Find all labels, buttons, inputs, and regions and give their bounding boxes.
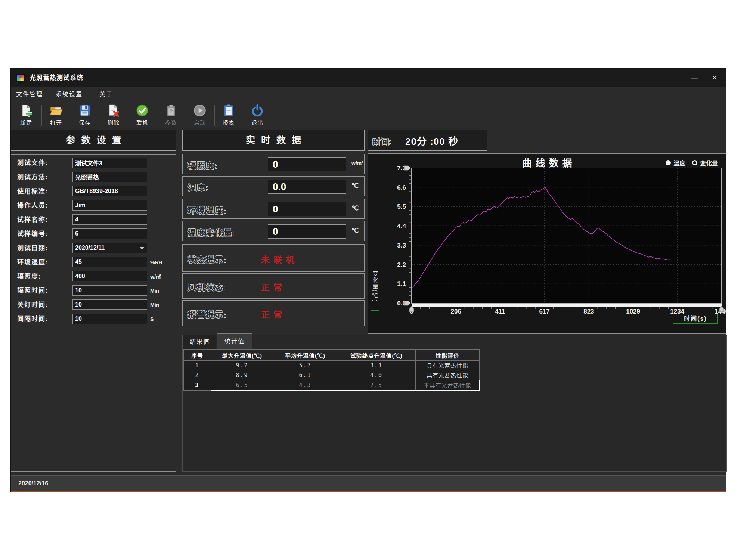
- operator-input[interactable]: [72, 200, 147, 211]
- new-button-label: 新建: [14, 118, 38, 126]
- menu-system-settings[interactable]: 系统设置: [56, 87, 83, 102]
- x-axis-label: 时间(s): [673, 314, 718, 324]
- readout-label: 温度:: [188, 181, 209, 193]
- window-title: 光照蓄热测试系统: [30, 69, 83, 87]
- new-button[interactable]: 新建: [14, 103, 38, 129]
- field-unit: Min: [150, 299, 159, 311]
- tab-result-values[interactable]: 结果值: [183, 335, 216, 349]
- standard-input[interactable]: [72, 186, 147, 196]
- tab-statistic-values[interactable]: 统计值: [217, 333, 252, 349]
- params-button-label: 参数: [159, 118, 183, 126]
- delete-button[interactable]: 删除: [101, 103, 126, 129]
- readout-label: 辐照度:: [188, 159, 218, 171]
- chevron-down-icon[interactable]: [140, 247, 144, 250]
- readout-unit: ℃: [351, 204, 359, 212]
- curve-plot: 0.01.12.23.34.45.56.67.70206411617823102…: [368, 154, 726, 333]
- exit-button[interactable]: 退出: [245, 103, 270, 129]
- col-evaluation: 性能评价: [416, 350, 480, 361]
- col-end-rise: 试验终点升温值(℃): [337, 350, 416, 361]
- col-seq: 序号: [184, 350, 211, 361]
- field-label: 测试方法:: [17, 172, 49, 183]
- svg-text:?: ?: [170, 108, 173, 114]
- table-row[interactable]: 1 9.2 5.7 3.1 具有光蓄热性能: [184, 361, 480, 370]
- start-button-label: 启动: [187, 118, 212, 126]
- params-button: ? 参数: [159, 103, 183, 129]
- test-file-input[interactable]: [72, 158, 147, 168]
- sample-number-input[interactable]: [72, 228, 147, 239]
- results-table: 序号 最大升温值(℃) 平均升温值(℃) 试验终点升温值(℃) 性能评价 1 9…: [183, 349, 480, 391]
- alarm-status-group: 报警提示: 正常: [182, 300, 365, 326]
- time-label: 时间:: [372, 135, 391, 147]
- x-scrollbar-handle[interactable]: [409, 306, 414, 312]
- readout-unit: ℃: [351, 227, 359, 234]
- legend-temperature-radio[interactable]: 温度: [666, 158, 685, 167]
- field-label: 关灯时间:: [17, 299, 49, 311]
- test-method-input[interactable]: [72, 172, 147, 182]
- close-button[interactable]: ✕: [706, 69, 723, 87]
- field-row-test-date: 测试日期:: [11, 243, 176, 254]
- col-max-rise: 最大升温值(℃): [211, 350, 273, 361]
- chart-legend: 温度 变化量: [666, 158, 718, 167]
- readout-ambient-temperature: 环境温度: 0 ℃: [182, 199, 365, 219]
- params-panel-header: 参数设置: [11, 130, 176, 151]
- menu-file-management[interactable]: 文件管理: [16, 87, 43, 102]
- exit-button-label: 退出: [245, 118, 270, 126]
- readout-label: 温度变化量:: [188, 226, 236, 238]
- status-bar: 2020/12/16: [11, 475, 726, 491]
- time-value: 20分 :00 秒: [405, 134, 458, 147]
- irradiance-input[interactable]: [72, 271, 147, 281]
- status-label: 状态提示:: [188, 253, 227, 265]
- x-scrollbar-handle[interactable]: [719, 306, 724, 312]
- field-row-irradiation-time: 辐照时间: Min: [11, 285, 176, 296]
- readout-temperature: 温度: 0.0 ℃: [182, 176, 365, 196]
- readout-unit: ℃: [351, 182, 359, 190]
- save-floppy-icon: [78, 104, 92, 117]
- status-separator: [148, 477, 148, 490]
- field-label: 使用标准:: [17, 186, 49, 197]
- svg-text:6.6: 6.6: [397, 184, 406, 191]
- save-button[interactable]: 保存: [72, 103, 97, 129]
- new-file-icon: [19, 104, 33, 117]
- status-date: 2020/12/16: [18, 476, 48, 491]
- report-button[interactable]: 报表: [216, 103, 241, 129]
- lights-off-time-input[interactable]: [72, 299, 147, 310]
- ambient-temperature-value: 0: [268, 202, 346, 216]
- connect-button[interactable]: 联机: [130, 103, 155, 129]
- sample-name-input[interactable]: [72, 214, 147, 225]
- field-label: 测试日期:: [17, 243, 49, 254]
- status-hint-group: 状态提示: 未联机: [182, 244, 365, 272]
- y-axis-slider[interactable]: [404, 301, 410, 305]
- menu-separator: [93, 91, 93, 98]
- table-header-row: 序号 最大升温值(℃) 平均升温值(℃) 试验终点升温值(℃) 性能评价: [184, 350, 480, 361]
- table-row-selected[interactable]: 3 6.5 4.3 2.5 不具有光蓄热性能: [184, 380, 480, 390]
- fan-status-group: 风机状态: 正常: [182, 273, 365, 299]
- minimize-button[interactable]: —: [686, 69, 703, 87]
- connection-status-value: 未联机: [261, 253, 298, 265]
- legend-change-radio[interactable]: 变化量: [692, 158, 718, 167]
- table-row[interactable]: 2 8.9 6.1 4.0 具有光蓄热性能: [184, 370, 480, 380]
- connect-check-icon: [136, 104, 149, 117]
- test-date-select[interactable]: [72, 243, 147, 253]
- temperature-change-value: 0: [268, 224, 346, 239]
- svg-text:617: 617: [539, 308, 549, 315]
- open-button[interactable]: 打开: [44, 103, 68, 129]
- field-row-operator: 操作人员:: [11, 200, 176, 211]
- svg-text:5.5: 5.5: [397, 203, 406, 210]
- humidity-input[interactable]: [72, 257, 147, 267]
- irradiation-time-input[interactable]: [72, 285, 147, 296]
- screenshot-canvas: 光照蓄热测试系统 — ✕ 文件管理 系统设置 关于 新建 打开: [0, 0, 747, 560]
- field-row-irradiance: 辐照度: w/㎡: [11, 271, 176, 282]
- report-button-label: 报表: [216, 118, 241, 126]
- app-window: 光照蓄热测试系统 — ✕ 文件管理 系统设置 关于 新建 打开: [10, 68, 726, 492]
- legend-label: 变化量: [700, 158, 718, 167]
- field-label: 试样编号:: [17, 228, 49, 240]
- x-scrollbar-track[interactable]: [412, 304, 722, 307]
- svg-text:3.3: 3.3: [397, 242, 406, 249]
- irradiance-value: 0: [268, 157, 346, 171]
- toolbar: 新建 打开 保存: [11, 102, 726, 130]
- radio-filled-icon: [666, 160, 671, 165]
- field-row-interval-time: 间隔时间: S: [11, 314, 176, 325]
- interval-time-input[interactable]: [72, 314, 147, 324]
- svg-text:411: 411: [495, 308, 505, 315]
- menu-about[interactable]: 关于: [99, 87, 113, 102]
